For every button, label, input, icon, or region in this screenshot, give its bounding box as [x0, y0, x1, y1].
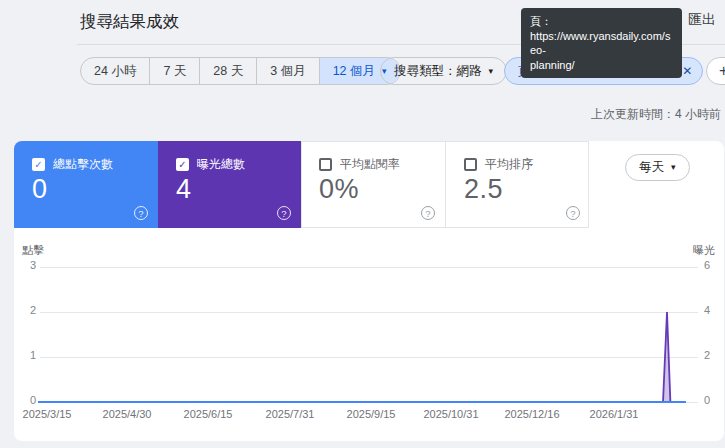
right-tick-0: 0	[704, 394, 710, 406]
performance-chart[interactable]: 點擊 曝光 3 2 1 0 6 4 2 0 2025/3/15 2025/4/3…	[14, 239, 724, 434]
chevron-down-icon	[671, 163, 676, 172]
help-icon[interactable]	[134, 206, 148, 220]
position-card-label: 平均排序	[485, 156, 533, 173]
date-range-7d[interactable]: 7 天	[150, 58, 200, 84]
chart-plot-area[interactable]	[14, 239, 724, 434]
right-tick-4: 4	[704, 304, 710, 316]
left-tick-3: 3	[14, 259, 36, 271]
chevron-down-icon	[489, 67, 494, 76]
impressions-card-label: 曝光總數	[197, 156, 245, 173]
search-type-label: 搜尋類型：網路	[394, 63, 482, 80]
impressions-checkbox[interactable]	[176, 158, 189, 171]
impressions-card-value: 4	[176, 174, 192, 205]
last-updated-text: 上次更新時間：4 小時前	[591, 106, 721, 123]
left-tick-0: 0	[14, 394, 36, 406]
add-filter-button[interactable]	[706, 57, 725, 85]
right-tick-6: 6	[704, 259, 710, 271]
ctr-card-value: 0%	[319, 174, 359, 205]
metric-card-total-impressions[interactable]: 曝光總數 4	[158, 141, 301, 228]
left-tick-2: 2	[14, 304, 36, 316]
metric-card-average-ctr[interactable]: 平均點閱率 0%	[301, 141, 445, 228]
right-tick-2: 2	[704, 349, 710, 361]
ctr-checkbox[interactable]	[319, 158, 332, 171]
x-tick-label: 2025/4/30	[103, 408, 152, 420]
date-range-24h[interactable]: 24 小時	[81, 58, 150, 84]
x-tick-label: 2026/1/31	[590, 408, 639, 420]
unselected-cards-group: 平均點閱率 0% 平均排序 2.5	[301, 141, 589, 228]
export-button[interactable]: 匯出	[688, 11, 716, 29]
left-tick-1: 1	[14, 349, 36, 361]
plus-icon	[719, 62, 725, 80]
clicks-card-label: 總點擊次數	[53, 156, 113, 173]
date-range-12m-label: 12 個月	[333, 63, 375, 80]
help-icon[interactable]	[421, 206, 435, 220]
tooltip-line-3: planning/	[530, 58, 673, 73]
metric-card-total-clicks[interactable]: 總點擊次數 0	[14, 141, 158, 228]
position-checkbox[interactable]	[464, 158, 477, 171]
page-title: 搜尋結果成效	[80, 11, 179, 33]
gsc-performance-page: { "header": { "title": "搜尋結果成效", "export…	[0, 0, 725, 448]
page-url-tooltip: 頁： https://www.ryansdaily.com/seo- plann…	[521, 8, 682, 78]
x-tick-label: 2025/9/15	[347, 408, 396, 420]
tooltip-line-1: 頁：	[530, 14, 673, 29]
search-type-filter[interactable]: 搜尋類型：網路	[380, 57, 507, 85]
close-icon[interactable]	[682, 64, 692, 78]
help-icon[interactable]	[566, 206, 580, 220]
x-tick-label: 2025/12/16	[504, 408, 559, 420]
x-tick-label: 2025/7/31	[266, 408, 315, 420]
date-range-segmented-control: 24 小時 7 天 28 天 3 個月 12 個月	[80, 57, 401, 85]
granularity-label: 每天	[639, 159, 664, 176]
clicks-card-value: 0	[32, 174, 48, 205]
help-icon[interactable]	[277, 206, 291, 220]
date-range-28d[interactable]: 28 天	[200, 58, 257, 84]
clicks-checkbox[interactable]	[32, 158, 45, 171]
ctr-card-label: 平均點閱率	[340, 156, 400, 173]
position-card-value: 2.5	[464, 174, 503, 205]
tooltip-line-2: https://www.ryansdaily.com/seo-	[530, 29, 673, 58]
metric-card-average-position[interactable]: 平均排序 2.5	[445, 141, 590, 228]
x-tick-label: 2025/3/15	[23, 408, 72, 420]
x-tick-label: 2025/10/31	[423, 408, 478, 420]
granularity-dropdown[interactable]: 每天	[625, 154, 690, 181]
performance-panel: 總點擊次數 0 曝光總數 4 平均點閱率 0% 平均排序 2.5	[14, 141, 724, 441]
date-range-3m[interactable]: 3 個月	[257, 58, 319, 84]
gridlines	[40, 267, 698, 402]
x-tick-label: 2025/6/15	[184, 408, 233, 420]
